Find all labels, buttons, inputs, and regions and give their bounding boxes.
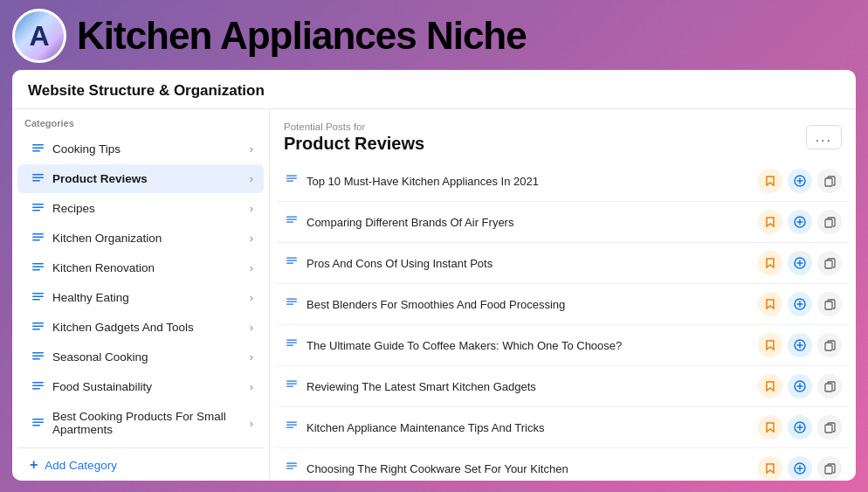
bookmark-button[interactable] xyxy=(758,251,782,275)
sidebar-item-cooking-tips[interactable]: Cooking Tips › xyxy=(17,135,264,163)
card-body: Categories Cooking Tips › Produc xyxy=(12,109,856,481)
bookmark-button[interactable] xyxy=(758,456,782,481)
content-menu-button[interactable]: ... xyxy=(806,125,842,149)
post-item[interactable]: Comparing Different Brands Of Air Fryers xyxy=(277,202,849,243)
svg-rect-20 xyxy=(32,329,40,330)
list-icon xyxy=(30,417,45,430)
list-icon xyxy=(30,142,45,156)
svg-rect-49 xyxy=(825,301,832,309)
svg-rect-69 xyxy=(825,466,832,474)
sidebar-item-food-sustainability[interactable]: Food Sustainability › xyxy=(17,372,264,401)
post-page-icon xyxy=(284,256,300,271)
sidebar-item-kitchen-organization[interactable]: Kitchen Organization › xyxy=(17,224,264,253)
post-page-icon xyxy=(284,338,300,353)
svg-rect-25 xyxy=(32,385,44,387)
post-actions xyxy=(758,456,842,481)
sidebar-item-seasonal-cooking[interactable]: Seasonal Cooking › xyxy=(17,343,264,371)
chevron-right-icon: › xyxy=(250,202,253,215)
svg-rect-46 xyxy=(286,301,297,301)
post-list: Top 10 Must-Have Kitchen Appliances In 2… xyxy=(270,161,856,481)
svg-rect-55 xyxy=(286,380,297,381)
post-page-icon xyxy=(284,174,300,189)
post-actions xyxy=(758,251,842,275)
bookmark-button[interactable] xyxy=(758,210,782,234)
bookmark-button[interactable] xyxy=(758,374,782,398)
sidebar-item-label: Kitchen Organization xyxy=(52,232,243,245)
add-button[interactable] xyxy=(788,292,812,316)
copy-button[interactable] xyxy=(817,415,842,440)
add-button[interactable] xyxy=(788,333,812,357)
bookmark-button[interactable] xyxy=(758,292,782,316)
post-item[interactable]: Top 10 Must-Have Kitchen Appliances In 2… xyxy=(277,161,849,202)
add-button[interactable] xyxy=(788,374,812,398)
post-item[interactable]: The Ultimate Guide To Coffee Makers: Whi… xyxy=(277,325,849,366)
svg-rect-67 xyxy=(286,468,293,468)
svg-rect-22 xyxy=(32,356,44,357)
svg-rect-52 xyxy=(286,344,293,345)
svg-rect-18 xyxy=(32,322,44,324)
svg-rect-24 xyxy=(32,382,44,384)
add-button[interactable] xyxy=(788,169,812,193)
page-title: Kitchen Appliances Niche xyxy=(77,14,527,58)
sidebar-item-label: Best Cooking Products For Small Apartmen… xyxy=(52,410,243,436)
content-header: Potential Posts for Product Reviews ... xyxy=(270,109,856,161)
add-button[interactable] xyxy=(788,210,812,234)
sidebar-item-healthy-eating[interactable]: Healthy Eating › xyxy=(17,283,264,312)
add-button[interactable] xyxy=(788,456,812,481)
copy-button[interactable] xyxy=(817,292,842,316)
sidebar-item-product-reviews[interactable]: Product Reviews › xyxy=(17,164,264,193)
svg-rect-7 xyxy=(32,207,44,209)
svg-rect-10 xyxy=(32,237,44,239)
svg-rect-39 xyxy=(825,219,832,227)
sidebar-item-kitchen-renovation[interactable]: Kitchen Renovation › xyxy=(17,253,264,282)
post-actions xyxy=(758,333,842,357)
bookmark-button[interactable] xyxy=(758,169,782,193)
sidebar-item-recipes[interactable]: Recipes › xyxy=(17,194,264,223)
svg-rect-15 xyxy=(32,293,44,295)
svg-rect-21 xyxy=(32,352,44,354)
bookmark-button[interactable] xyxy=(758,415,782,440)
copy-button[interactable] xyxy=(817,333,842,357)
add-category-button[interactable]: + Add Category xyxy=(17,447,264,481)
sidebar-item-best-cooking-products[interactable]: Best Cooking Products For Small Apartmen… xyxy=(17,402,264,444)
bookmark-button[interactable] xyxy=(758,333,782,357)
svg-rect-0 xyxy=(32,144,44,146)
copy-button[interactable] xyxy=(817,456,842,481)
post-item[interactable]: Best Blenders For Smoothies And Food Pro… xyxy=(277,284,849,325)
svg-rect-28 xyxy=(32,421,44,423)
copy-button[interactable] xyxy=(817,210,842,234)
copy-button[interactable] xyxy=(817,374,842,398)
post-item[interactable]: Choosing The Right Cookware Set For Your… xyxy=(277,448,849,481)
chevron-right-icon: › xyxy=(250,350,253,364)
post-page-icon xyxy=(284,379,300,394)
content-section-title: Product Reviews xyxy=(284,134,424,154)
potential-posts-label: Potential Posts for xyxy=(284,121,424,132)
copy-button[interactable] xyxy=(817,169,842,193)
svg-rect-37 xyxy=(286,221,293,222)
sidebar-item-label: Kitchen Gadgets And Tools xyxy=(52,321,243,334)
svg-rect-41 xyxy=(286,260,297,260)
content-area: Potential Posts for Product Reviews ... … xyxy=(270,109,856,481)
post-item[interactable]: Pros And Cons Of Using Instant Pots xyxy=(277,243,849,284)
svg-rect-62 xyxy=(286,426,293,427)
svg-rect-59 xyxy=(825,384,832,392)
list-icon xyxy=(30,380,45,393)
post-item[interactable]: Reviewing The Latest Smart Kitchen Gadge… xyxy=(277,366,849,407)
add-button[interactable] xyxy=(788,415,812,440)
svg-rect-12 xyxy=(32,263,44,265)
post-title: Top 10 Must-Have Kitchen Appliances In 2… xyxy=(307,175,751,188)
list-icon xyxy=(30,291,45,304)
chevron-right-icon: › xyxy=(250,172,253,185)
svg-rect-27 xyxy=(32,419,44,420)
sidebar-item-label: Cooking Tips xyxy=(52,142,243,156)
post-title: Kitchen Appliance Maintenance Tips And T… xyxy=(307,421,751,434)
sidebar-item-kitchen-gadgets[interactable]: Kitchen Gadgets And Tools › xyxy=(17,313,264,342)
svg-rect-23 xyxy=(32,358,40,360)
add-button[interactable] xyxy=(788,251,812,275)
post-item[interactable]: Kitchen Appliance Maintenance Tips And T… xyxy=(277,407,849,448)
svg-rect-36 xyxy=(286,218,297,219)
copy-button[interactable] xyxy=(817,251,842,275)
post-actions xyxy=(758,210,842,234)
svg-rect-16 xyxy=(32,296,44,298)
sidebar-items-container: Cooking Tips › Product Reviews › Rec xyxy=(12,135,269,444)
